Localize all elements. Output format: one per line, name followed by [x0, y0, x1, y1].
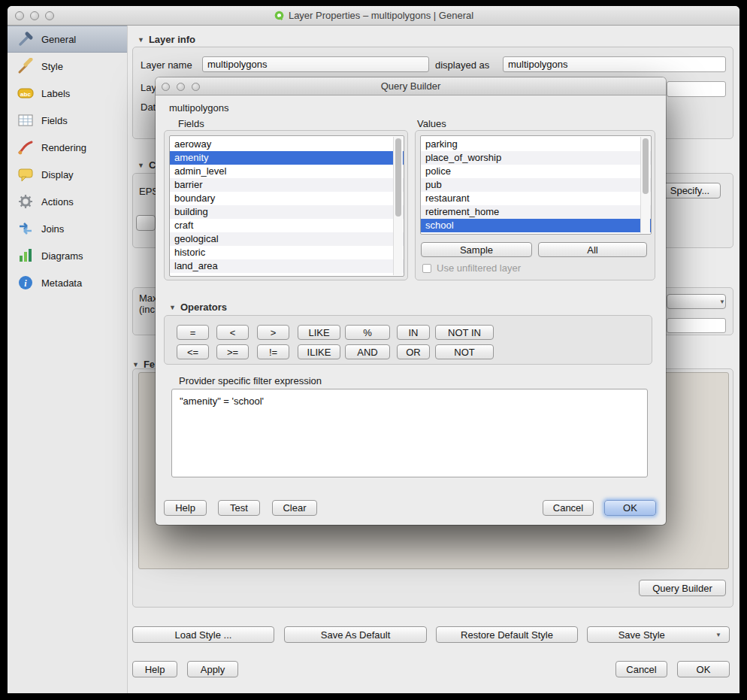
sidebar-item-actions[interactable]: Actions	[8, 188, 127, 215]
sidebar-item-labels[interactable]: abc Labels	[8, 80, 127, 107]
load-style-button[interactable]: Load Style ...	[132, 626, 274, 643]
dialog-test-button[interactable]: Test	[218, 500, 260, 516]
join-arrows-icon	[17, 220, 34, 237]
sidebar-item-general[interactable]: General	[8, 26, 127, 53]
dialog-cancel-button[interactable]: Cancel	[543, 500, 594, 516]
help-button[interactable]: Help	[132, 661, 177, 677]
dialog-help-button[interactable]: Help	[164, 500, 207, 516]
values-list[interactable]: parking place_of_worship police pub rest…	[420, 135, 652, 235]
sidebar-item-label: Joins	[41, 223, 64, 235]
sidebar-item-label: Diagrams	[41, 250, 83, 262]
fields-scrollbar-thumb[interactable]	[395, 138, 401, 217]
restore-default-style-button[interactable]: Restore Default Style	[436, 626, 578, 643]
query-builder-open-button[interactable]: Query Builder	[639, 580, 726, 596]
field-item-selected[interactable]: amenity	[170, 151, 404, 165]
sidebar-item-style[interactable]: Style	[8, 53, 127, 80]
operator-button[interactable]: =	[177, 325, 209, 340]
value-item[interactable]: retirement_home	[421, 205, 651, 219]
sidebar-item-label: Fields	[41, 115, 68, 126]
values-scrollbar[interactable]	[640, 137, 650, 233]
value-item[interactable]: parking	[421, 138, 651, 151]
properties-sidebar: General Style abc Labels Fields Renderin…	[8, 26, 128, 693]
cancel-button[interactable]: Cancel	[615, 661, 667, 677]
sidebar-item-label: Style	[41, 61, 63, 72]
field-item[interactable]: boundary	[170, 192, 404, 205]
operator-button[interactable]: NOT IN	[435, 325, 494, 340]
sidebar-item-rendering[interactable]: Rendering	[8, 134, 127, 161]
operator-button[interactable]: AND	[345, 344, 390, 359]
field-item[interactable]: historic	[170, 246, 404, 259]
sidebar-item-joins[interactable]: Joins	[8, 215, 127, 242]
dialog-ok-button[interactable]: OK	[604, 500, 656, 516]
specify-crs-button[interactable]: Specify...	[659, 183, 721, 198]
sidebar-item-metadata[interactable]: i Metadata	[8, 269, 127, 296]
value-item[interactable]: place_of_worship	[421, 151, 651, 165]
fields-scrollbar[interactable]	[393, 137, 403, 275]
abc-label-icon: abc	[17, 85, 34, 102]
layer-info-header[interactable]: ▼ Layer info	[138, 34, 195, 45]
sample-button[interactable]: Sample	[421, 242, 532, 257]
window-title: Layer Properties – multipolygons | Gener…	[8, 10, 739, 23]
scale-input-fragment[interactable]	[667, 318, 726, 333]
operator-button[interactable]: LIKE	[298, 325, 340, 340]
dialog-clear-button[interactable]: Clear	[272, 500, 317, 516]
field-item[interactable]: geological	[170, 232, 404, 246]
field-item[interactable]: admin_level	[170, 165, 404, 178]
layer-name-label: Layer name	[141, 59, 192, 71]
operators-header-label: Operators	[180, 302, 227, 313]
dialog-titlebar[interactable]: Query Builder	[156, 77, 666, 95]
operator-button[interactable]: OR	[397, 344, 430, 359]
sidebar-item-label: General	[41, 34, 76, 45]
value-item[interactable]: police	[421, 165, 651, 178]
value-item[interactable]: restaurant	[421, 192, 651, 205]
layer-name-input[interactable]: multipolygons	[202, 56, 429, 72]
operator-button[interactable]: <=	[177, 344, 209, 359]
filter-expression-input[interactable]: "amenity" = 'school'	[171, 389, 648, 477]
chevron-down-icon: ▼	[715, 298, 725, 305]
use-unfiltered-checkbox[interactable]: Use unfiltered layer	[422, 262, 521, 274]
fields-list[interactable]: aeroway amenity admin_level barrier boun…	[169, 135, 404, 277]
sidebar-item-fields[interactable]: Fields	[8, 107, 127, 134]
operator-button[interactable]: IN	[397, 325, 430, 340]
operator-button[interactable]: >=	[216, 344, 249, 359]
operator-button[interactable]: >	[257, 325, 289, 340]
values-scrollbar-thumb[interactable]	[643, 138, 649, 194]
collapse-triangle-icon: ▼	[138, 36, 144, 44]
save-style-button[interactable]: Save Style ▼	[587, 626, 730, 643]
operators-row-2: <= >= != ILIKE AND OR NOT	[177, 344, 494, 359]
value-item-selected[interactable]: school	[421, 219, 651, 232]
field-item[interactable]: craft	[170, 219, 404, 232]
operator-button[interactable]: !=	[257, 344, 289, 359]
value-item[interactable]: pub	[421, 178, 651, 192]
sidebar-item-diagrams[interactable]: Diagrams	[8, 242, 127, 269]
operator-button[interactable]: %	[345, 325, 390, 340]
datasource-label-clipped: Dat	[141, 102, 156, 113]
sidebar-item-label: Labels	[41, 88, 70, 99]
field-item[interactable]: land_area	[170, 259, 404, 273]
sidebar-item-display[interactable]: Display	[8, 161, 127, 188]
scale-combo-fragment[interactable]: ▼	[667, 294, 726, 309]
layer-source-input-fragment[interactable]	[667, 81, 726, 97]
table-icon	[17, 112, 34, 129]
crs-button-fragment[interactable]	[136, 215, 156, 231]
all-button[interactable]: All	[538, 242, 647, 257]
gear-icon	[17, 193, 34, 210]
apply-button[interactable]: Apply	[187, 661, 238, 677]
inclusive-label-clipped: (inc	[139, 304, 155, 315]
operator-button[interactable]: NOT	[435, 344, 494, 359]
operator-button[interactable]: <	[216, 325, 249, 340]
window-titlebar[interactable]: Layer Properties – multipolygons | Gener…	[8, 6, 739, 26]
info-icon: i	[17, 274, 34, 291]
query-builder-dialog: Query Builder multipolygons Fields Value…	[156, 77, 666, 525]
window-title-text: Layer Properties – multipolygons | Gener…	[289, 10, 473, 21]
operators-header[interactable]: ▼ Operators	[169, 302, 227, 313]
field-item[interactable]: barrier	[170, 178, 404, 192]
ok-button[interactable]: OK	[677, 661, 730, 677]
sidebar-item-label: Display	[41, 169, 74, 180]
operator-button[interactable]: ILIKE	[298, 344, 340, 359]
sidebar-item-label: Rendering	[41, 142, 86, 153]
save-as-default-button[interactable]: Save As Default	[284, 626, 427, 643]
field-item[interactable]: aeroway	[170, 138, 404, 151]
field-item[interactable]: building	[170, 205, 404, 219]
displayed-as-input[interactable]: multipolygons	[503, 56, 726, 72]
